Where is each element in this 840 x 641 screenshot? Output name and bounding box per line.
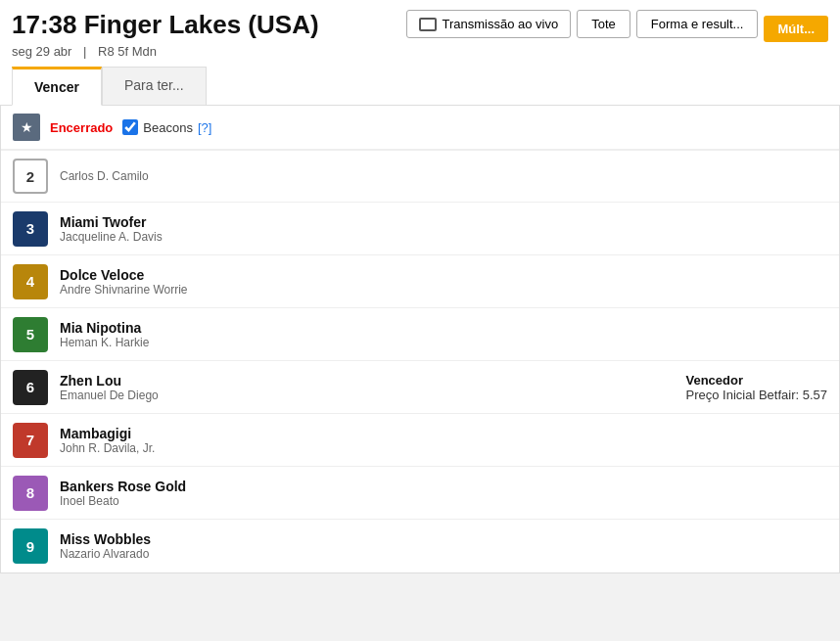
race-sep: | [83,44,86,59]
horse-info-6: Zhen Lou Emanuel De Diego [60,373,666,402]
mult-button[interactable]: Múlt... [764,16,828,42]
jockey-name-5: Heman K. Harkie [60,336,827,349]
winner-info: Vencedor Preço Inicial Betfair: 5.57 [685,373,827,402]
tote-button[interactable]: Tote [577,10,630,38]
horse-number-5: 5 [13,317,48,352]
race-info: R8 5f Mdn [98,44,157,59]
table-row: 4 Dolce Veloce Andre Shivnarine Worrie [1,255,839,308]
beacons-label: Beacons [143,120,193,135]
horse-info-7: Mambagigi John R. Davila, Jr. [60,426,827,455]
table-row: 5 Mia Nipotina Heman K. Harkie [1,308,839,361]
jockey-name-6: Emanuel De Diego [60,389,666,402]
horse-number-3: 3 [13,211,48,247]
horse-name-6: Zhen Lou [60,373,666,389]
horse-info-9: Miss Wobbles Nazario Alvarado [60,531,827,561]
encerrado-label: Encerrado [50,120,113,135]
race-time: 17:38 [12,10,77,39]
winner-price: Preço Inicial Betfair: 5.57 [685,388,827,402]
horse-name-8: Bankers Rose Gold [60,479,827,494]
forma-button-label: Forma e result... [651,17,744,31]
horse-number-4: 4 [13,264,48,299]
top-btn-row: Transmissão ao vivo [406,10,572,38]
table-row: 6 Zhen Lou Emanuel De Diego Vencedor Pre… [1,361,839,414]
horse-name-4: Dolce Veloce [60,267,827,283]
jockey-name-2: Carlos D. Camilo [60,169,827,183]
table-row: 7 Mambagigi John R. Davila, Jr. [1,414,839,467]
horse-name-9: Miss Wobbles [60,531,827,547]
race-title-block: 17:38 Finger Lakes (USA) seg 29 abr | R8… [12,10,319,59]
tabs-row: Vencer Para ter... [12,67,828,105]
main-content: ★ Encerrado Beacons [?] 2 Carlos D. Cami… [0,106,840,573]
beacons-filter: Beacons [?] [122,119,211,135]
race-header: 17:38 Finger Lakes (USA) seg 29 abr | R8… [0,0,840,106]
tab-vencer-label: Vencer [34,79,79,95]
horse-info-8: Bankers Rose Gold Inoel Beato [60,479,827,508]
jockey-name-8: Inoel Beato [60,494,827,508]
horse-number-8: 8 [13,476,48,511]
horse-number-2: 2 [13,159,48,194]
horse-info-5: Mia Nipotina Heman K. Harkie [60,320,827,349]
horse-name-7: Mambagigi [60,426,827,441]
horse-info-2: Carlos D. Camilo [60,169,827,183]
tab-para-ter[interactable]: Para ter... [102,67,207,105]
star-button[interactable]: ★ [13,114,40,141]
jockey-name-3: Jacqueline A. Davis [60,230,827,244]
live-button[interactable]: Transmissão ao vivo [406,10,572,38]
horse-info-3: Miami Twofer Jacqueline A. Davis [60,214,827,244]
header-buttons: Transmissão ao vivo Tote Forma e result.… [406,10,829,42]
tote-button-label: Tote [591,17,616,31]
table-row: 3 Miami Twofer Jacqueline A. Davis [1,203,839,255]
monitor-icon [419,18,437,31]
mult-row: Múlt... [764,10,828,42]
live-button-label: Transmissão ao vivo [443,17,559,31]
table-row: 8 Bankers Rose Gold Inoel Beato [1,467,839,520]
horse-number-9: 9 [13,528,48,564]
race-subtitle: seg 29 abr | R8 5f Mdn [12,44,319,59]
star-icon: ★ [21,119,33,135]
table-row: 9 Miss Wobbles Nazario Alvarado [1,520,839,572]
tab-vencer[interactable]: Vencer [12,67,102,106]
winner-label: Vencedor [685,373,827,388]
forma-button[interactable]: Forma e result... [636,10,759,38]
mult-button-label: Múlt... [777,22,815,36]
horse-list: 2 Carlos D. Camilo 3 Miami Twofer Jacque… [1,150,839,572]
horse-name-5: Mia Nipotina [60,320,827,336]
race-date: seg 29 abr [12,44,71,59]
bottom-btn-row: Tote Forma e result... [577,10,758,38]
horse-number-7: 7 [13,423,48,458]
table-row: 2 Carlos D. Camilo [1,150,839,203]
race-title: 17:38 Finger Lakes (USA) [12,10,319,40]
beacons-help-link[interactable]: [?] [198,120,211,135]
horse-number-6: 6 [13,370,48,405]
jockey-name-4: Andre Shivnarine Worrie [60,283,827,297]
jockey-name-9: Nazario Alvarado [60,547,827,561]
race-name: Finger Lakes (USA) [84,10,319,39]
beacons-checkbox[interactable] [122,119,138,135]
filter-bar: ★ Encerrado Beacons [?] [1,106,839,150]
page-container: 17:38 Finger Lakes (USA) seg 29 abr | R8… [0,0,840,573]
tab-para-ter-label: Para ter... [124,77,184,93]
jockey-name-7: John R. Davila, Jr. [60,441,827,455]
horse-name-3: Miami Twofer [60,214,827,230]
horse-info-4: Dolce Veloce Andre Shivnarine Worrie [60,267,827,297]
